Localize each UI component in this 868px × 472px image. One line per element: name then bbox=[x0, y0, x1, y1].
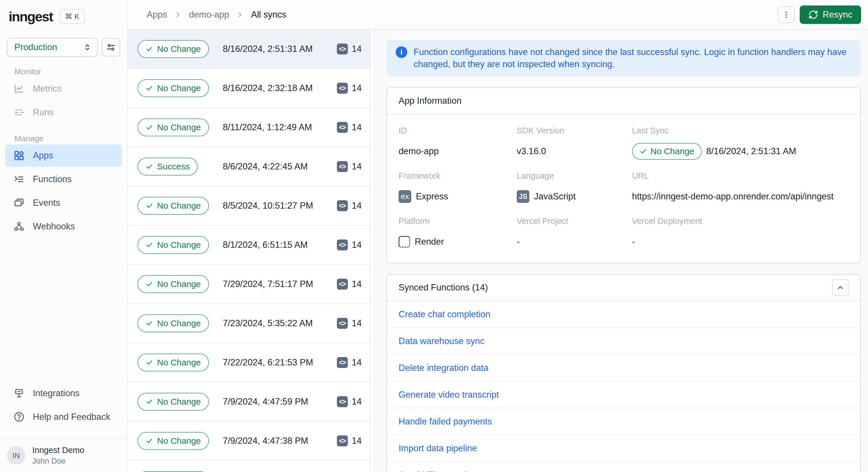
environment-settings-button[interactable] bbox=[102, 38, 120, 57]
function-row: Data warehouse sync bbox=[387, 328, 860, 355]
function-count: 14 bbox=[352, 44, 362, 54]
sidebar-item-help[interactable]: Help and Feedback bbox=[5, 406, 122, 428]
resync-button[interactable]: Resync bbox=[800, 5, 861, 24]
function-link[interactable]: Import data pipeline bbox=[399, 443, 477, 453]
last-sync-timestamp: 8/16/2024, 2:51:31 AM bbox=[706, 146, 796, 156]
field-sdk-version: SDK Version v3.16.0 bbox=[517, 126, 632, 160]
logo-row: inngest ⌘ K bbox=[0, 0, 127, 25]
sync-list-item[interactable]: Success 8/6/2024, 4:22:45 AM <>14 bbox=[128, 147, 370, 186]
sync-list-item[interactable]: No Change 7/22/2024, 6:21:53 PM <>14 bbox=[128, 343, 370, 382]
app-information-body: ID demo-app SDK Version v3.16.0 Last Syn… bbox=[387, 115, 860, 263]
sync-list-item[interactable]: No Change 7/29/2024, 7:51:17 PM <>14 bbox=[128, 265, 370, 304]
chevron-right-icon bbox=[236, 11, 244, 19]
inngest-app: inngest ⌘ K Production Monitor Metrics bbox=[0, 0, 868, 472]
check-icon bbox=[146, 202, 153, 210]
sync-timestamp: 7/29/2024, 7:51:17 PM bbox=[223, 279, 313, 289]
content: No Change 8/16/2024, 2:51:31 AM <>14 No … bbox=[128, 30, 868, 472]
sync-timestamp: 7/23/2024, 5:35:22 AM bbox=[223, 318, 313, 328]
function-count: 14 bbox=[352, 161, 362, 172]
express-icon: ex bbox=[399, 190, 411, 203]
refresh-icon bbox=[808, 10, 818, 20]
field-vercel-deployment: Vercel Deployment - bbox=[632, 216, 849, 250]
breadcrumb-demo-app[interactable]: demo-app bbox=[189, 9, 229, 20]
function-row: Send billing receipt bbox=[387, 462, 860, 472]
synced-functions-header: Synced Functions (14) bbox=[387, 275, 860, 301]
events-icon bbox=[13, 197, 25, 209]
function-link[interactable]: Generate video transcript bbox=[399, 389, 499, 400]
function-row: Import data pipeline bbox=[387, 435, 860, 462]
user-info: Inngest Demo John Doe bbox=[32, 445, 85, 466]
resync-label: Resync bbox=[823, 9, 852, 20]
function-link[interactable]: Delete integration data bbox=[399, 363, 489, 373]
function-row: Create chat completion bbox=[387, 301, 860, 328]
environment-select[interactable]: Production bbox=[7, 38, 98, 57]
sidebar-item-functions[interactable]: Functions bbox=[5, 168, 122, 190]
integrations-icon bbox=[13, 387, 25, 399]
sync-list-item[interactable]: No Change 7/9/2024, 4:47:38 PM <>14 bbox=[128, 421, 370, 461]
functions-icon bbox=[13, 174, 25, 185]
function-count: 14 bbox=[352, 318, 362, 328]
sidebar-item-label: Functions bbox=[33, 174, 71, 184]
sync-list-item[interactable]: No Change 7/9/2024, 4:47:59 PM <>14 bbox=[128, 382, 370, 421]
sync-list-item[interactable]: No Change 7/23/2024, 5:35:22 AM <>14 bbox=[128, 304, 370, 343]
last-sync-status-badge: No Change bbox=[632, 143, 702, 160]
render-icon bbox=[399, 236, 410, 248]
sync-timestamp: 8/1/2024, 6:51:15 AM bbox=[223, 240, 308, 250]
sync-list-item[interactable]: No Change 8/11/2024, 1:12:49 AM <>14 bbox=[128, 108, 370, 147]
check-icon bbox=[146, 280, 153, 288]
environment-select-value: Production bbox=[14, 42, 57, 53]
function-count: 14 bbox=[352, 436, 362, 446]
check-icon bbox=[146, 45, 153, 53]
function-link[interactable]: Create chat completion bbox=[399, 309, 491, 320]
sync-list-item[interactable]: No Change 8/16/2024, 2:32:18 AM <>14 bbox=[128, 69, 370, 108]
kebab-icon bbox=[782, 10, 790, 19]
sync-status-badge: No Change bbox=[137, 393, 209, 411]
function-count: 14 bbox=[352, 397, 362, 407]
function-count: 14 bbox=[352, 240, 362, 250]
sidebar-item-label: Metrics bbox=[33, 84, 62, 94]
sync-status-badge: No Change bbox=[137, 236, 209, 254]
check-icon bbox=[146, 437, 153, 445]
collapse-button[interactable] bbox=[832, 279, 849, 296]
sidebar-item-label: Integrations bbox=[33, 388, 80, 399]
sidebar-item-events[interactable]: Events bbox=[5, 192, 122, 214]
function-link[interactable]: Send billing receipt bbox=[399, 470, 474, 472]
help-icon bbox=[13, 411, 25, 423]
sync-list: No Change 8/16/2024, 2:51:31 AM <>14 No … bbox=[128, 30, 371, 472]
sidebar-item-metrics[interactable]: Metrics bbox=[5, 77, 122, 100]
sync-timestamp: 8/5/2024, 10:51:27 PM bbox=[223, 200, 313, 211]
more-options-button[interactable] bbox=[778, 6, 795, 23]
sync-list-item[interactable]: No Change 8/1/2024, 6:51:15 AM <>14 bbox=[128, 226, 370, 265]
function-link[interactable]: Data warehouse sync bbox=[399, 336, 485, 346]
user-menu[interactable]: IN Inngest Demo John Doe bbox=[0, 439, 127, 472]
app-information-card: App Information ID demo-app SDK Version … bbox=[386, 87, 861, 263]
sidebar-item-webhooks[interactable]: Webhooks bbox=[5, 215, 122, 238]
sidebar-item-runs[interactable]: Runs bbox=[5, 101, 122, 124]
field-platform: Platform Render bbox=[399, 216, 517, 250]
sync-list-item[interactable]: No Change 8/5/2024, 10:51:27 PM <>14 bbox=[128, 186, 370, 226]
sync-timestamp: 8/6/2024, 4:22:45 AM bbox=[223, 161, 308, 172]
topbar-actions: Resync bbox=[778, 5, 861, 24]
sidebar-section-manage: Manage bbox=[14, 134, 127, 143]
sync-list-item[interactable]: No Change 7/9/2024, 4:09:07 PM <>14 bbox=[128, 461, 370, 472]
sync-status-badge: No Change bbox=[137, 40, 209, 58]
sync-list-item[interactable]: No Change 8/16/2024, 2:51:31 AM <>14 bbox=[128, 30, 370, 69]
topbar: Apps demo-app All syncs Resync bbox=[128, 0, 868, 30]
sidebar-item-integrations[interactable]: Integrations bbox=[5, 382, 122, 405]
synced-functions-card: Synced Functions (14) Create chat comple… bbox=[386, 274, 861, 472]
info-banner-text: Function configurations have not changed… bbox=[413, 46, 849, 70]
sync-status-badge: No Change bbox=[137, 314, 209, 332]
info-banner: i Function configurations have not chang… bbox=[386, 40, 861, 77]
sync-detail-panel: i Function configurations have not chang… bbox=[375, 30, 868, 472]
breadcrumb-all-syncs: All syncs bbox=[251, 9, 286, 20]
sync-status-badge: No Change bbox=[137, 353, 209, 371]
field-id: ID demo-app bbox=[399, 126, 517, 160]
function-count: 14 bbox=[352, 279, 362, 289]
breadcrumb-apps[interactable]: Apps bbox=[147, 9, 167, 20]
code-icon: <> bbox=[337, 435, 348, 446]
sidebar-item-apps[interactable]: Apps bbox=[5, 145, 122, 167]
function-link[interactable]: Handle failed payments bbox=[399, 416, 492, 427]
field-framework: Framework ex Express bbox=[399, 171, 517, 205]
sync-timestamp: 7/22/2024, 6:21:53 PM bbox=[223, 357, 313, 368]
command-k-shortcut-badge[interactable]: ⌘ K bbox=[60, 9, 85, 24]
